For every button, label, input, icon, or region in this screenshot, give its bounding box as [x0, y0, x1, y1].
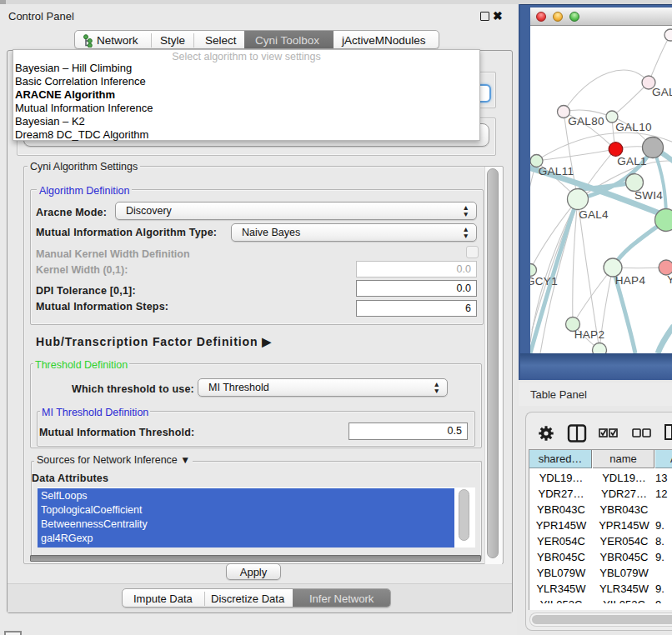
- svg-text:HAP4: HAP4: [615, 274, 646, 287]
- svg-text:YD: YD: [667, 273, 672, 286]
- svg-text:GAL4: GAL4: [579, 208, 609, 221]
- svg-text:GAL1: GAL1: [617, 155, 647, 168]
- svg-text:SWI4: SWI4: [634, 189, 663, 202]
- svg-text:GAL2: GAL2: [652, 86, 672, 98]
- svg-text:GAL80: GAL80: [568, 115, 604, 128]
- svg-text:GCY1: GCY1: [530, 275, 558, 288]
- svg-text:GAL10: GAL10: [615, 121, 652, 133]
- svg-text:GAL11: GAL11: [539, 165, 574, 178]
- svg-text:HAP2: HAP2: [574, 328, 604, 341]
